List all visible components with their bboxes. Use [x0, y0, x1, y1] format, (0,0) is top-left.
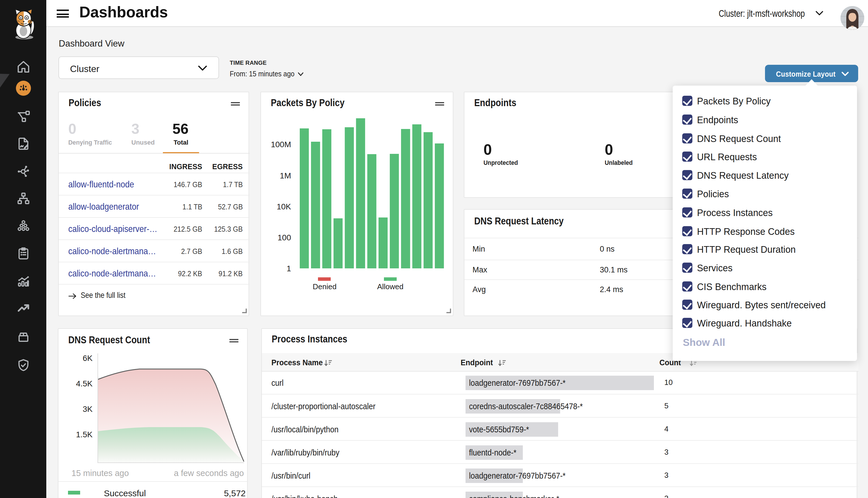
svg-text:1.5K: 1.5K [76, 430, 93, 439]
svg-text:15 minutes ago: 15 minutes ago [72, 469, 129, 478]
svg-text:1: 1 [286, 264, 291, 273]
svg-text:100M: 100M [271, 140, 291, 149]
svg-text:3K: 3K [83, 405, 93, 414]
svg-text:a few seconds ago: a few seconds ago [174, 469, 244, 478]
svg-text:10K: 10K [276, 202, 291, 211]
svg-text:Denied: Denied [313, 282, 337, 291]
svg-text:1M: 1M [280, 171, 291, 180]
svg-text:100: 100 [277, 233, 291, 242]
svg-text:6K: 6K [83, 354, 93, 363]
svg-text:Allowed: Allowed [377, 282, 403, 291]
svg-text:4.5K: 4.5K [76, 379, 93, 388]
